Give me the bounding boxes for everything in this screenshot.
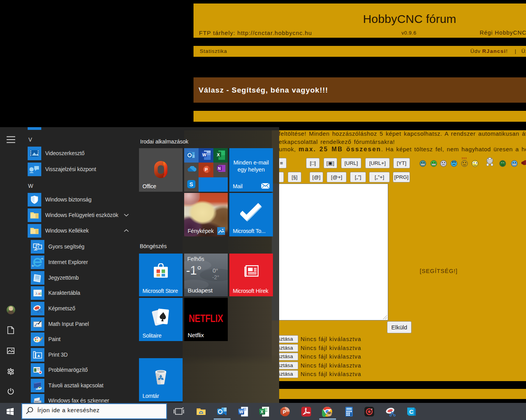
svg-text:???: ??? bbox=[461, 157, 467, 160]
svg-text:P: P bbox=[283, 410, 286, 415]
svg-text:W: W bbox=[239, 410, 243, 414]
svg-text:N: N bbox=[218, 166, 221, 171]
svg-text:S: S bbox=[190, 181, 193, 187]
svg-text:b: b bbox=[40, 292, 42, 296]
svg-text:C: C bbox=[409, 408, 413, 415]
svg-text:W: W bbox=[202, 152, 207, 157]
svg-text:X: X bbox=[217, 152, 220, 157]
svg-text:P: P bbox=[205, 167, 208, 172]
svg-text:X: X bbox=[260, 410, 264, 414]
svg-text:λ: λ bbox=[35, 291, 38, 296]
